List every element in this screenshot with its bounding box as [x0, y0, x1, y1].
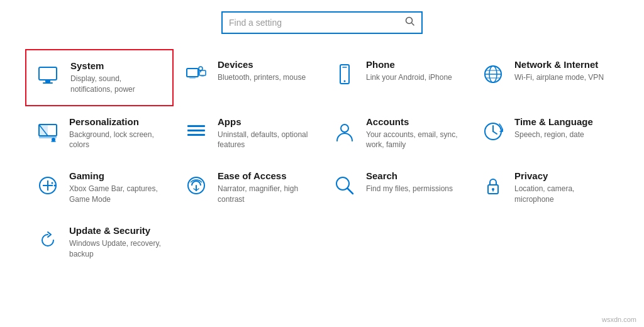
system-text: System Display, sound, notifications, po…	[70, 60, 164, 95]
search-icon	[405, 16, 415, 29]
update-desc: Windows Update, recovery, backup	[69, 238, 165, 260]
svg-rect-30	[187, 134, 191, 136]
grid-item-search[interactable]: Search Find my files, permissions	[322, 160, 470, 215]
grid-item-privacy[interactable]: Privacy Location, camera, microphone	[470, 160, 619, 215]
search-input[interactable]	[229, 18, 401, 28]
svg-rect-2	[39, 67, 57, 80]
phone-icon	[331, 60, 358, 88]
search-settings-desc: Find my files, permissions	[366, 184, 453, 194]
system-desc: Display, sound, notifications, power	[70, 74, 164, 95]
accounts-text: Accounts Your accounts, email, sync, wor…	[366, 116, 462, 151]
accounts-icon	[331, 118, 358, 145]
apps-title: Apps	[218, 116, 313, 128]
svg-line-34	[493, 131, 497, 134]
privacy-text: Privacy Location, camera, microphone	[514, 170, 610, 205]
search-settings-title: Search	[366, 170, 453, 182]
watermark: wsxdn.com	[602, 316, 636, 323]
gaming-title: Gaming	[69, 170, 165, 182]
update-title: Update & Security	[69, 225, 165, 236]
svg-rect-5	[187, 69, 198, 77]
ease-text: Ease of Access Narrator, magnifier, high…	[218, 170, 313, 205]
svg-line-1	[412, 23, 414, 26]
grid-item-accounts[interactable]: Accounts Your accounts, email, sync, wor…	[322, 106, 470, 161]
ease-desc: Narrator, magnifier, high contrast	[218, 184, 313, 205]
grid-item-system[interactable]: System Display, sound, notifications, po…	[25, 49, 174, 106]
personalization-desc: Background, lock screen, colors	[69, 130, 165, 151]
grid-item-personalization[interactable]: Personalization Background, lock screen,…	[25, 106, 174, 161]
personalization-icon	[34, 118, 62, 145]
time-desc: Speech, region, date	[514, 130, 593, 140]
network-icon	[479, 60, 507, 88]
time-icon	[479, 118, 507, 145]
accounts-desc: Your accounts, email, sync, work, family	[366, 130, 462, 151]
svg-point-23	[52, 138, 55, 141]
gaming-desc: Xbox Game Bar, captures, Game Mode	[69, 184, 165, 205]
svg-point-38	[52, 182, 53, 184]
grid-item-network[interactable]: Network & Internet Wi-Fi, airplane mode,…	[470, 49, 619, 106]
search-box[interactable]	[221, 11, 423, 34]
network-title: Network & Internet	[514, 59, 604, 70]
grid-item-apps[interactable]: Apps Uninstall, defaults, optional featu…	[174, 106, 322, 161]
network-desc: Wi-Fi, airplane mode, VPN	[514, 72, 604, 83]
time-text: Time & Language Speech, region, date	[514, 116, 593, 140]
system-title: System	[70, 60, 164, 72]
grid-item-ease[interactable]: Ease of Access Narrator, magnifier, high…	[174, 160, 322, 215]
svg-point-31	[341, 125, 348, 132]
top-bar	[0, 0, 644, 43]
ease-title: Ease of Access	[218, 170, 313, 182]
update-text: Update & Security Windows Update, recove…	[69, 225, 165, 260]
privacy-title: Privacy	[514, 170, 610, 182]
update-icon	[34, 226, 62, 254]
gaming-icon	[34, 172, 62, 199]
devices-icon	[182, 60, 210, 88]
phone-text: Phone Link your Android, iPhone	[366, 59, 452, 83]
svg-point-9	[199, 67, 203, 70]
svg-rect-29	[187, 130, 191, 131]
devices-desc: Bluetooth, printers, mouse	[218, 72, 306, 83]
grid-item-phone[interactable]: Phone Link your Android, iPhone	[322, 49, 470, 106]
svg-rect-4	[43, 82, 53, 84]
ease-icon	[182, 172, 210, 199]
privacy-icon	[479, 172, 507, 199]
accounts-title: Accounts	[366, 116, 462, 128]
devices-text: Devices Bluetooth, printers, mouse	[218, 59, 306, 83]
svg-rect-8	[201, 75, 204, 77]
time-title: Time & Language	[514, 116, 593, 128]
apps-text: Apps Uninstall, defaults, optional featu…	[218, 116, 313, 151]
apps-icon	[182, 118, 210, 145]
personalization-title: Personalization	[69, 116, 165, 128]
privacy-desc: Location, camera, microphone	[514, 184, 610, 205]
phone-title: Phone	[366, 59, 452, 70]
apps-desc: Uninstall, defaults, optional features	[218, 130, 313, 151]
svg-rect-28	[187, 125, 191, 127]
grid-item-update[interactable]: Update & Security Windows Update, recove…	[25, 215, 174, 270]
settings-grid: System Display, sound, notifications, po…	[0, 43, 644, 269]
grid-item-devices[interactable]: Devices Bluetooth, printers, mouse	[174, 49, 322, 106]
search-settings-icon	[331, 172, 358, 199]
svg-point-0	[406, 18, 413, 24]
svg-point-12	[344, 80, 346, 82]
phone-desc: Link your Android, iPhone	[366, 72, 452, 83]
devices-title: Devices	[218, 59, 306, 70]
grid-item-time[interactable]: Time & Language Speech, region, date	[470, 106, 619, 161]
svg-line-43	[348, 189, 353, 194]
svg-rect-6	[189, 77, 196, 79]
svg-rect-3	[45, 80, 50, 82]
svg-point-39	[54, 185, 56, 187]
system-icon	[35, 62, 63, 89]
search-settings-text: Search Find my files, permissions	[366, 170, 453, 194]
network-text: Network & Internet Wi-Fi, airplane mode,…	[514, 59, 604, 83]
personalization-text: Personalization Background, lock screen,…	[69, 116, 165, 151]
gaming-text: Gaming Xbox Game Bar, captures, Game Mod…	[69, 170, 165, 205]
grid-item-gaming[interactable]: Gaming Xbox Game Bar, captures, Game Mod…	[25, 160, 174, 215]
